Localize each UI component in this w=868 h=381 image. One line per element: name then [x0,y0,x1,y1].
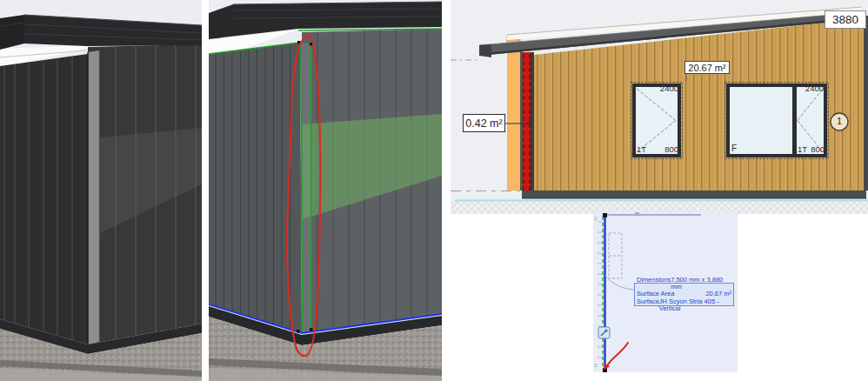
elevation-drawing [451,0,868,214]
window-right-height-label: 800 [802,145,825,154]
wall-area-label[interactable]: 20.67 m² [684,61,730,74]
tooltip-label: Dimensions [637,277,671,291]
trim-area-label[interactable]: 0.42 m² [463,114,505,132]
opening-dashed-outline [609,233,622,278]
plan-node-square [635,212,639,216]
window-right-width-label: 2400 [797,84,824,93]
tooltip-row: Surface JH Scyon Stria 405 - Vertical [637,298,731,313]
window-left-tag: 1T [637,145,646,154]
base-slab [522,190,866,198]
elevation-view[interactable]: 0.42 m² 20.67 m² 3880 2400 800 1T 2400 1… [451,0,868,214]
pointer-badge-icon [598,327,610,338]
roof-dimension-label[interactable]: 3880 [825,10,866,29]
render-view-selection[interactable] [209,0,442,381]
element-info-tooltip: Dimensions 7,500 mm x 3,880 mm Surface A… [634,283,734,306]
archicad-workspace: 0.42 m² 20.67 m² 3880 2400 800 1T 2400 1… [0,0,868,381]
ground-line-cyan [455,200,868,202]
tooltip-label: Surface [637,298,659,313]
tooltip-value: 7,500 mm x 3,880 mm [671,277,731,291]
tooltip-row: Dimensions 7,500 mm x 3,880 mm [637,277,731,291]
corner-trim [88,50,99,344]
plan-view[interactable]: Dimensions 7,500 mm x 3,880 mm Surface A… [593,211,738,372]
elevation-marker-label: 1 [835,116,844,126]
wall-left-face [0,54,88,344]
dimension-ticks [594,217,602,367]
window-left-height-label: 800 [654,145,678,154]
selected-trim-strip[interactable] [523,52,531,190]
tooltip-leader [605,276,634,290]
tooltip-value: JH Scyon Stria 405 - Vertical [659,298,731,313]
red-annotation-arrow-icon [604,343,628,370]
wall-right-face [88,44,202,344]
window-left-width-label: 2400 [649,84,678,93]
window-right-fixed-tag: F [731,144,737,153]
render-view-plain[interactable] [0,0,202,381]
